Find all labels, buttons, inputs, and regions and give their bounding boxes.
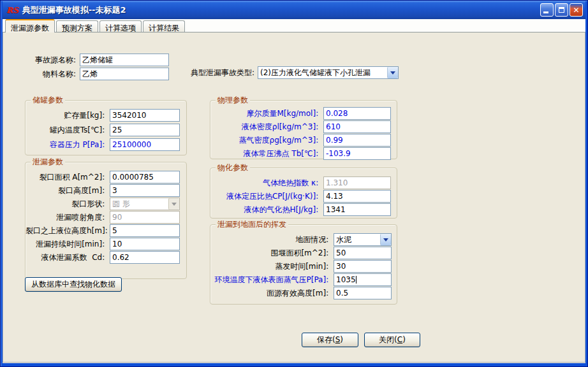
text-input: 90 <box>110 211 180 224</box>
close-dialog-button[interactable]: 关闭(C) <box>364 333 420 347</box>
text-input[interactable]: 3542010 <box>110 109 180 122</box>
group-ground-evaporation: 泄漏到地面后的挥发 地面情况: 水泥围堰面积[m^2]: 50蒸发时间[min]… <box>210 224 397 305</box>
field-row: 泄漏喷射角度: 90 <box>26 211 186 224</box>
text-input[interactable]: 50 <box>334 247 392 259</box>
group-physchem-params: 物化参数 气体绝热指数 κ: 1.310液体定压比热CP[J/(kg·K)]: … <box>210 168 397 219</box>
field-label: 蒸发时间[min]: <box>210 260 334 273</box>
field-row: 液体密度ρl[kg/m^3]: 610 <box>210 120 397 133</box>
field-row: 泄漏持续时间[min]: 10 <box>26 238 186 250</box>
text-input[interactable]: 610 <box>323 120 391 133</box>
field-label: 液体常压沸点 Tb[℃]: <box>210 147 323 160</box>
text-cursor <box>356 276 356 284</box>
lookup-database-button[interactable]: 从数据库中查找物化数据 <box>25 277 122 292</box>
field-label: 裂口面积 A[m^2]: <box>26 171 110 184</box>
field-row: 贮存量[kg]: 3542010 <box>26 109 186 122</box>
text-input[interactable]: 30 <box>334 260 392 273</box>
accident-type-dropdown[interactable]: (2)压力液化气储罐液下小孔泄漏 <box>258 66 399 79</box>
text-input[interactable]: 0.0000785 <box>110 171 180 184</box>
dropdown: 圆 形 <box>110 198 180 210</box>
lookup-database-button-label: 从数据库中查找物化数据 <box>31 279 115 290</box>
tab-prediction-plan[interactable]: 预测方案 <box>56 20 98 32</box>
text-input[interactable]: 0.5 <box>334 287 392 299</box>
text-input[interactable]: 0.028 <box>323 107 391 120</box>
field-label: 摩尔质量M[kg/mol]: <box>210 107 323 120</box>
field-label: 泄漏持续时间[min]: <box>26 238 110 250</box>
tab-calc-options[interactable]: 计算选项 <box>99 20 142 32</box>
save-button[interactable]: 保存(S) <box>302 333 358 347</box>
text-input[interactable]: -103.9 <box>323 147 391 160</box>
text-input[interactable]: 4.13 <box>323 190 391 203</box>
title-bar[interactable]: RS 典型泄漏事故模拟--未标题2 ✕ <box>3 1 585 19</box>
accident-type-label: 典型泄漏事故类型: <box>180 66 257 79</box>
chevron-down-icon <box>168 198 179 210</box>
tab-calc-results[interactable]: 计算结果 <box>143 20 185 32</box>
text-input[interactable]: 1341 <box>323 203 391 216</box>
close-button[interactable]: ✕ <box>570 3 583 17</box>
field-row: 环境温度下液体表面蒸气压P[Pa]: 1035 <box>210 273 397 286</box>
field-row: 液体常压沸点 Tb[℃]: -103.9 <box>210 147 397 160</box>
field-row: 裂口面积 A[m^2]: 0.0000785 <box>26 171 186 184</box>
text-input[interactable]: 0.62 <box>110 251 180 264</box>
text-input[interactable]: 25100000 <box>110 138 180 151</box>
text-input[interactable]: 5 <box>110 224 180 237</box>
field-label: 罐内温度Ts[℃]: <box>26 124 110 136</box>
client-area: 泄漏源参数 预测方案 计算选项 计算结果 事故源名称: 乙烯储罐 物料名称: 乙… <box>3 19 585 363</box>
field-label: 裂口高度[m]: <box>26 184 110 197</box>
field-label: 泄漏喷射角度: <box>26 211 110 224</box>
text-input[interactable]: 3 <box>110 184 180 197</box>
app-window: RS 典型泄漏事故模拟--未标题2 ✕ 泄漏源参数 预测方案 计算选项 计算结果… <box>0 0 588 367</box>
field-row: 面源有效高度[m]: 0.5 <box>210 287 397 299</box>
material-name-label: 物料名称: <box>20 68 78 80</box>
group-leak-params: 泄漏参数 裂口面积 A[m^2]: 0.0000785裂口高度[m]: 3裂口形… <box>25 162 187 279</box>
minimize-icon <box>543 11 548 13</box>
field-label: 液体泄漏系数 Cd: <box>26 251 110 264</box>
close-icon: ✕ <box>573 6 579 14</box>
app-icon: RS <box>6 6 18 15</box>
text-input[interactable]: 1035 <box>334 273 392 286</box>
minimize-button[interactable] <box>540 3 554 17</box>
material-name-input[interactable]: 乙烯 <box>80 68 169 80</box>
text-input: 1.310 <box>323 176 391 189</box>
field-label: 围堰面积[m^2]: <box>210 247 334 259</box>
field-row: 罐内温度Ts[℃]: 25 <box>26 124 186 136</box>
text-input[interactable]: 10 <box>110 238 180 250</box>
group-tank-params: 储罐参数 贮存量[kg]: 3542010罐内温度Ts[℃]: 25容器压力 P… <box>25 100 187 155</box>
tab-page-leak-source: 事故源名称: 乙烯储罐 物料名称: 乙烯 典型泄漏事故类型: (2)压力液化气储… <box>3 32 585 363</box>
field-row: 摩尔质量M[kg/mol]: 0.028 <box>210 107 397 120</box>
field-label: 气体绝热指数 κ: <box>210 176 323 189</box>
dropdown[interactable]: 水泥 <box>334 233 392 246</box>
window-controls: ✕ <box>540 3 583 17</box>
field-row: 裂口高度[m]: 3 <box>26 184 186 197</box>
field-label: 裂口之上液位高度h[m]: <box>26 224 110 237</box>
group-physical-params: 物理参数 摩尔质量M[kg/mol]: 0.028液体密度ρl[kg/m^3]:… <box>210 100 397 159</box>
dropdown-value: 圆 形 <box>110 198 168 210</box>
field-row: 液体的气化热H[J/kg]: 1341 <box>210 203 397 216</box>
dropdown-value: 水泥 <box>334 234 380 245</box>
field-row: 容器压力 P[Pa]: 25100000 <box>26 138 186 151</box>
field-label: 液体密度ρl[kg/m^3]: <box>210 120 323 133</box>
field-row: 液体泄漏系数 Cd: 0.62 <box>26 251 186 264</box>
tab-bar: 泄漏源参数 预测方案 计算选项 计算结果 <box>3 19 585 32</box>
text-input[interactable]: 25 <box>110 124 180 136</box>
accident-source-name-input[interactable]: 乙烯储罐 <box>80 54 169 66</box>
field-label: 地面情况: <box>210 233 334 246</box>
maximize-icon <box>559 7 564 13</box>
text-input[interactable]: 0.99 <box>323 134 391 147</box>
save-button-label: 保存(S) <box>317 335 343 345</box>
field-row: 围堰面积[m^2]: 50 <box>210 247 397 259</box>
accident-type-value: (2)压力液化气储罐液下小孔泄漏 <box>258 67 387 78</box>
tab-leak-source-params[interactable]: 泄漏源参数 <box>5 19 55 32</box>
field-label: 容器压力 P[Pa]: <box>26 138 110 151</box>
accident-source-name-label: 事故源名称: <box>20 54 78 66</box>
field-row: 蒸发时间[min]: 30 <box>210 260 397 273</box>
field-label: 环境温度下液体表面蒸气压P[Pa]: <box>210 273 334 286</box>
field-row: 气体绝热指数 κ: 1.310 <box>210 176 397 189</box>
field-label: 蒸气密度ρg[kg/m^3]: <box>210 134 323 147</box>
field-label: 液体的气化热H[J/kg]: <box>210 203 323 216</box>
chevron-down-icon[interactable] <box>387 67 398 78</box>
chevron-down-icon[interactable] <box>380 234 391 245</box>
maximize-button[interactable] <box>555 3 568 17</box>
field-row: 蒸气密度ρg[kg/m^3]: 0.99 <box>210 134 397 147</box>
field-row: 裂口形状: 圆 形 <box>26 198 186 210</box>
field-row: 裂口之上液位高度h[m]: 5 <box>26 224 186 237</box>
